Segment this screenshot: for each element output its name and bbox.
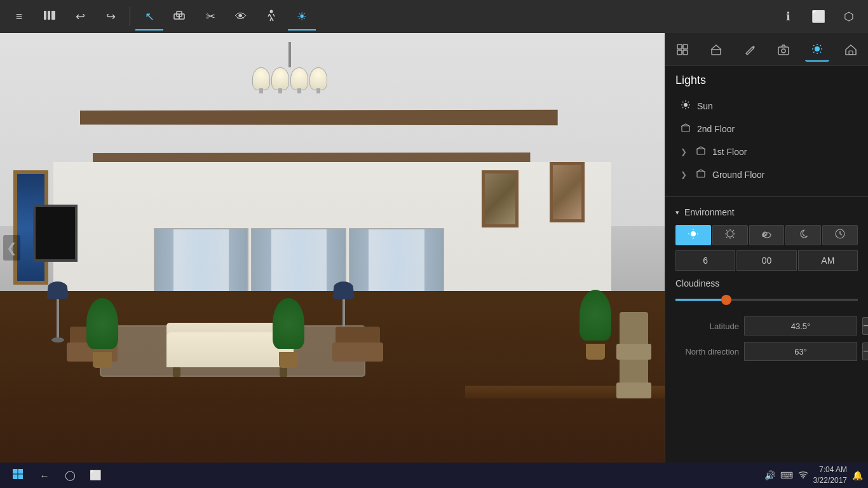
group-icon [173, 9, 186, 25]
clock-time: 7:04 AM [813, 464, 847, 475]
svg-line-30 [688, 107, 689, 108]
panel-home-icon[interactable] [839, 37, 863, 62]
north-direction-row: North direction − + [675, 342, 858, 361]
view-button[interactable]: 👁 [227, 3, 255, 30]
network-icon[interactable] [798, 470, 808, 481]
slider-fill [675, 299, 726, 301]
latitude-input[interactable] [744, 316, 857, 336]
svg-point-6 [270, 10, 273, 13]
plant-pot-1 [93, 352, 112, 368]
light-item-sun[interactable]: Sun [675, 95, 858, 118]
north-direction-input[interactable] [744, 342, 857, 361]
keyboard-icon[interactable]: ⌨ [780, 470, 793, 480]
plant-1 [93, 298, 118, 368]
chandelier-bulb-3 [290, 67, 308, 90]
light-item-ground-floor[interactable]: ❯ Ground Floor [675, 163, 858, 186]
speaker-icon[interactable]: 🔊 [764, 470, 775, 480]
info-button[interactable]: ℹ [774, 3, 802, 30]
group-button[interactable] [166, 3, 194, 30]
back-button[interactable]: ← [33, 465, 56, 485]
latitude-row: Latitude − + [675, 316, 858, 336]
svg-line-49 [726, 237, 727, 238]
panel-camera-icon[interactable] [771, 37, 796, 62]
select-button[interactable]: ↖ [135, 3, 163, 30]
svg-point-36 [691, 231, 696, 236]
cloudiness-label: Cloudiness [675, 278, 858, 288]
main-toolbar: ≡ ↩ ↪ ↖ ✂ 👁 [0, 0, 868, 33]
cube-button[interactable]: ⬡ [835, 3, 863, 30]
floor-icon-ground [696, 168, 706, 181]
weather-btn-sunny[interactable] [712, 225, 748, 245]
svg-rect-34 [697, 149, 705, 154]
latitude-label: Latitude [675, 322, 739, 331]
light-button[interactable]: ☀ [288, 3, 316, 30]
panel-light-icon[interactable] [805, 37, 829, 62]
weather-icon-night [797, 228, 809, 242]
svg-rect-12 [778, 47, 789, 55]
cube-icon: ⬡ [844, 10, 854, 24]
weather-btn-night[interactable] [785, 225, 821, 245]
time-minute[interactable]: 00 [736, 250, 796, 271]
cut-icon: ✂ [206, 10, 215, 24]
svg-rect-9 [677, 50, 682, 55]
taskbar: ← ◯ ⬜ 🔊 ⌨ 7:04 AM 3/22/2017 🔔 [0, 463, 868, 488]
weather-btn-clear[interactable] [675, 225, 711, 245]
svg-line-55 [840, 234, 842, 235]
chandelier-bulb-1 [252, 67, 270, 90]
weather-btn-clock[interactable] [822, 225, 858, 245]
sun-icon [681, 100, 691, 112]
panel-build-icon[interactable] [704, 37, 728, 62]
viewport[interactable]: ❮ [0, 33, 665, 463]
info-icon: ℹ [786, 10, 790, 24]
time-hour[interactable]: 6 [675, 250, 735, 271]
svg-rect-57 [18, 469, 24, 474]
light-item-2nd-floor[interactable]: 2nd Floor [675, 118, 858, 140]
weather-icon-clear [688, 228, 699, 242]
light-item-1st-floor[interactable]: ❯ 1st Floor [675, 140, 858, 163]
svg-point-13 [782, 49, 785, 53]
time-period[interactable]: AM [798, 250, 858, 271]
environment-header[interactable]: ▾ Environment [675, 207, 858, 217]
weather-icon-sunny [724, 228, 736, 242]
frame-button[interactable]: ⬜ [804, 3, 832, 30]
light-icon: ☀ [297, 10, 307, 24]
panel-paint-icon[interactable] [738, 37, 762, 62]
panel-tools-icon[interactable] [670, 37, 695, 62]
weather-btn-cloudy[interactable] [749, 225, 785, 245]
svg-rect-59 [18, 474, 24, 479]
notification-icon[interactable]: 🔔 [852, 470, 863, 480]
back-icon: ← [40, 470, 50, 481]
menu-icon: ≡ [16, 10, 23, 24]
dining-chair-2-seat [616, 344, 651, 360]
environment-label: Environment [684, 207, 735, 217]
undo-button[interactable]: ↩ [66, 3, 94, 30]
menu-button[interactable]: ≡ [5, 3, 33, 30]
svg-rect-56 [13, 469, 18, 474]
north-direction-decrease-button[interactable]: − [862, 342, 868, 360]
library-button[interactable] [36, 3, 64, 30]
chandelier-bulb-2 [271, 67, 289, 90]
dining-chair-2 [613, 309, 654, 372]
panel-scroll-area[interactable]: Lights [665, 66, 868, 463]
undo-icon: ↩ [76, 10, 85, 24]
lamp-shade-1 [46, 281, 69, 299]
slider-thumb[interactable] [721, 295, 731, 305]
redo-button[interactable]: ↪ [97, 3, 125, 30]
clock-date: 3/22/2017 [813, 475, 847, 486]
floor-icon-1st [696, 146, 706, 158]
latitude-decrease-button[interactable]: − [862, 317, 868, 335]
dining-chair-1-seat [616, 383, 651, 398]
cloudiness-slider[interactable] [675, 294, 858, 306]
sofa-leg-left [173, 367, 180, 377]
lamp-shade-2 [332, 281, 355, 299]
home-button[interactable]: ◯ [58, 465, 81, 485]
svg-point-41 [727, 231, 733, 237]
nav-arrow-left[interactable]: ❮ [3, 235, 20, 261]
cut-button[interactable]: ✂ [196, 3, 224, 30]
svg-rect-11 [712, 50, 721, 55]
switch-apps-button[interactable]: ⬜ [84, 465, 107, 485]
start-button[interactable] [5, 465, 31, 485]
chandelier-bulb-4 [309, 67, 327, 90]
home-icon: ◯ [65, 470, 76, 481]
walk-button[interactable] [257, 3, 285, 30]
